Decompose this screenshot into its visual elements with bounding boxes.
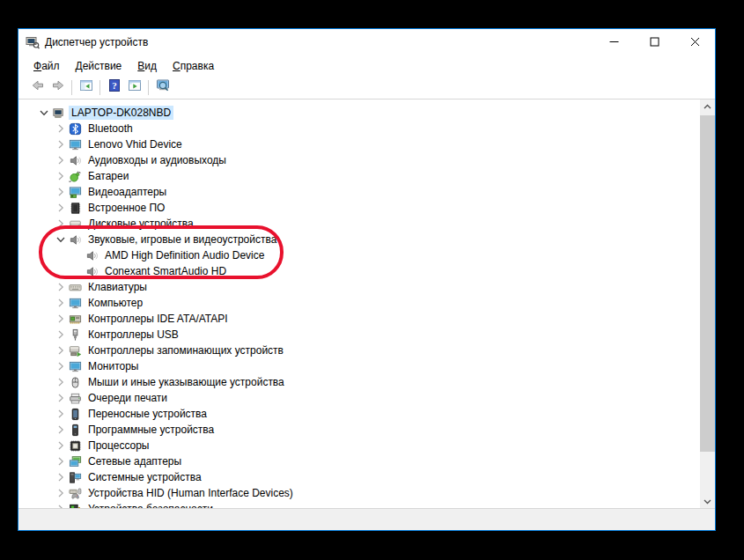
chevron-right-icon[interactable] bbox=[54, 312, 68, 326]
tree-item-label[interactable]: Клавиатуры bbox=[85, 280, 150, 294]
video-adapter-icon bbox=[68, 185, 82, 199]
chevron-right-icon[interactable] bbox=[54, 328, 68, 342]
tree-item-label[interactable]: Дисковые устройства bbox=[85, 217, 196, 231]
chevron-right-icon[interactable] bbox=[54, 486, 68, 500]
chevron-right-icon[interactable] bbox=[54, 296, 68, 310]
toolbar-show-console-tree-button[interactable] bbox=[76, 77, 96, 98]
tree-item[interactable]: Контроллеры USB bbox=[18, 327, 715, 343]
tree-item[interactable]: Звуковые, игровые и видеоустройства bbox=[18, 232, 715, 247]
close-button[interactable] bbox=[674, 29, 715, 55]
tree-item[interactable]: Переносные устройства bbox=[18, 406, 715, 422]
toolbar-properties-button[interactable] bbox=[124, 77, 144, 98]
chevron-right-icon[interactable] bbox=[54, 470, 68, 484]
chevron-right-icon[interactable] bbox=[54, 407, 68, 421]
scrollbar-up-button[interactable] bbox=[700, 99, 715, 114]
tree-item-label[interactable]: Программные устройства bbox=[85, 423, 217, 437]
tree-item-label[interactable]: Conexant SmartAudio HD bbox=[102, 264, 229, 278]
chevron-right-icon[interactable] bbox=[54, 280, 68, 294]
toolbar: ? bbox=[18, 76, 715, 99]
tree-item[interactable]: Сетевые адаптеры bbox=[18, 453, 715, 469]
tree-item-label[interactable]: Переносные устройства bbox=[85, 407, 210, 421]
tree-item[interactable]: Контроллеры IDE ATA/ATAPI bbox=[18, 311, 715, 327]
chevron-right-icon[interactable] bbox=[54, 391, 68, 405]
keyboard-icon bbox=[68, 280, 82, 294]
tree-item-label[interactable]: Контроллеры IDE ATA/ATAPI bbox=[85, 312, 231, 326]
tree-item-label[interactable]: Процессоры bbox=[85, 438, 152, 453]
chevron-down-icon[interactable] bbox=[54, 232, 68, 247]
tree-item-label[interactable]: Lenovo Vhid Device bbox=[85, 137, 185, 151]
scrollbar-down-button[interactable] bbox=[700, 494, 715, 509]
tree-item-label[interactable]: Bluetooth bbox=[85, 122, 136, 136]
tree-item[interactable]: LAPTOP-DK028NBD bbox=[18, 105, 715, 121]
scrollbar-thumb[interactable] bbox=[700, 115, 715, 452]
tree-item[interactable]: Клавиатуры bbox=[18, 279, 715, 295]
tree-item-label[interactable]: Устройства HID (Human Interface Devices) bbox=[85, 486, 296, 500]
chevron-right-icon[interactable] bbox=[54, 217, 68, 231]
tree-item[interactable]: Контроллеры запоминающих устройств bbox=[18, 343, 715, 358]
tree-item-label[interactable]: Контроллеры USB bbox=[85, 328, 181, 342]
tree-item[interactable]: Программные устройства bbox=[18, 422, 715, 438]
tree-item-label[interactable]: LAPTOP-DK028NBD bbox=[69, 106, 173, 120]
chevron-right-icon[interactable] bbox=[54, 137, 68, 151]
window-controls bbox=[593, 29, 715, 55]
toolbar-scan-hardware-changes-button[interactable] bbox=[152, 77, 173, 98]
toolbar-help-button[interactable]: ? bbox=[104, 77, 124, 98]
chevron-right-icon[interactable] bbox=[54, 169, 68, 183]
tree-item[interactable]: AMD High Definition Audio Device bbox=[18, 247, 715, 263]
audio-io-icon bbox=[68, 153, 82, 167]
minimize-icon bbox=[609, 34, 619, 50]
tree-item[interactable]: Устройства HID (Human Interface Devices) bbox=[18, 485, 715, 501]
tree-item-label[interactable]: Встроенное ПО bbox=[85, 201, 167, 215]
tree-item[interactable]: Lenovo Vhid Device bbox=[18, 136, 715, 152]
tree-item-label[interactable]: Компьютер bbox=[85, 296, 145, 310]
tree-item-label[interactable]: Очереди печати bbox=[85, 391, 170, 405]
minimize-button[interactable] bbox=[593, 29, 634, 55]
chevron-right-icon[interactable] bbox=[54, 153, 68, 167]
tree-item[interactable]: Батареи bbox=[18, 168, 715, 184]
tree-item-label[interactable]: Батареи bbox=[85, 169, 131, 183]
tree-item[interactable]: Conexant SmartAudio HD bbox=[18, 263, 715, 279]
menu-item-файл[interactable]: Файл bbox=[26, 57, 68, 75]
tree-item-label[interactable]: Мыши и иные указывающие устройства bbox=[85, 375, 287, 389]
tree-item-label[interactable]: Видеоадаптеры bbox=[85, 185, 169, 199]
tree-item-label[interactable]: AMD High Definition Audio Device bbox=[102, 248, 267, 262]
chevron-right-icon[interactable] bbox=[54, 438, 68, 453]
chevron-right-icon[interactable] bbox=[54, 423, 68, 437]
tree-item[interactable]: Мониторы bbox=[18, 358, 715, 374]
chevron-right-icon[interactable] bbox=[54, 343, 68, 357]
toolbar-forward-button[interactable] bbox=[48, 77, 68, 98]
chevron-right-icon[interactable] bbox=[54, 375, 68, 389]
toolbar-separator bbox=[71, 80, 72, 95]
audio-io-icon bbox=[68, 232, 82, 247]
tree-item-label[interactable]: Контроллеры запоминающих устройств bbox=[85, 343, 286, 357]
title-bar: Диспетчер устройств bbox=[18, 29, 715, 55]
tree-item[interactable]: Процессоры bbox=[18, 438, 715, 453]
chevron-down-icon[interactable] bbox=[37, 106, 51, 120]
tree-item[interactable]: Встроенное ПО bbox=[18, 200, 715, 216]
tree-item[interactable]: Очереди печати bbox=[18, 390, 715, 406]
tree-item-label[interactable]: Аудиовходы и аудиовыходы bbox=[85, 153, 229, 167]
maximize-button[interactable] bbox=[634, 29, 674, 55]
tree-item-label[interactable]: Мониторы bbox=[85, 359, 141, 373]
tree-item[interactable]: Bluetooth bbox=[18, 121, 715, 136]
tree-item[interactable]: Аудиовходы и аудиовыходы bbox=[18, 152, 715, 168]
chevron-right-icon[interactable] bbox=[54, 454, 68, 468]
tree-item[interactable]: Мыши и иные указывающие устройства bbox=[18, 374, 715, 390]
tree-item-label[interactable]: Звуковые, игровые и видеоустройства bbox=[85, 232, 279, 247]
chevron-right-icon[interactable] bbox=[54, 122, 68, 136]
vertical-scrollbar[interactable] bbox=[700, 99, 715, 509]
monitor-device-icon bbox=[68, 137, 82, 151]
chevron-right-icon[interactable] bbox=[54, 359, 68, 373]
menu-item-действие[interactable]: Действие bbox=[68, 57, 130, 75]
tree-item-label[interactable]: Сетевые адаптеры bbox=[85, 454, 184, 468]
tree-item[interactable]: Системные устройства bbox=[18, 469, 715, 485]
menu-item-справка[interactable]: Справка bbox=[165, 57, 222, 75]
chevron-right-icon[interactable] bbox=[54, 201, 68, 215]
tree-item-label[interactable]: Системные устройства bbox=[85, 470, 204, 484]
chevron-right-icon[interactable] bbox=[54, 185, 68, 199]
toolbar-back-button[interactable] bbox=[27, 77, 48, 98]
tree-item[interactable]: Видеоадаптеры bbox=[18, 184, 715, 200]
tree-item[interactable]: Дисковые устройства bbox=[18, 216, 715, 232]
tree-item[interactable]: Компьютер bbox=[18, 295, 715, 311]
menu-item-вид[interactable]: Вид bbox=[129, 57, 165, 75]
